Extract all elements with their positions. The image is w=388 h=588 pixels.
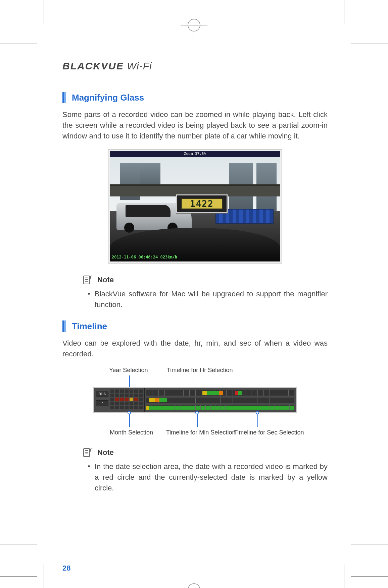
page-content: BLACKVUE Wi-Fi Magnifying Glass Some par…	[62, 60, 328, 504]
month-selector: 7	[96, 400, 108, 406]
note-label: Note	[97, 275, 114, 285]
brand-sub: Wi-Fi	[127, 60, 152, 71]
callout-year: Year Selection	[109, 367, 148, 374]
note-icon	[83, 448, 93, 458]
heading-text: Timeline	[72, 321, 107, 332]
dashcam-scene: 1422 2012-11-06 06:48:24 023km/h	[110, 157, 280, 261]
note-item: BlackVue software for Mac will be upgrad…	[95, 289, 328, 310]
heading-bar-icon	[62, 92, 66, 103]
brand-header: BLACKVUE Wi-Fi	[62, 60, 328, 72]
callout-min: Timeline for Min Selection	[166, 429, 235, 436]
hour-lane	[146, 390, 294, 396]
note-heading-timeline: Note	[62, 448, 328, 458]
zoom-window-title: Zoom 37.5%	[110, 151, 280, 157]
note-icon	[83, 275, 93, 285]
note-heading-magnify: Note	[62, 275, 328, 285]
svg-point-3	[188, 584, 200, 588]
magnifier-window: 1422	[176, 194, 227, 213]
callout-month: Month Selection	[110, 429, 153, 436]
timeline-diagram: Year Selection Timeline for Hr Selection…	[93, 367, 297, 437]
page-number: 28	[62, 564, 70, 573]
timeline-paragraph: Video can be explored with the date, hr,…	[62, 338, 328, 359]
note-list-timeline: In the date selection area, the date wit…	[62, 461, 328, 493]
magnify-screenshot: Zoom 37.5% 1422 2012-11-06 06:48:24	[108, 149, 282, 263]
note-item: In the date selection area, the date wit…	[95, 461, 328, 493]
magnify-paragraph: Some parts of a recorded video can be zo…	[62, 109, 328, 141]
calendar-panel: 2016 7	[94, 388, 145, 412]
video-timestamp: 2012-11-06 06:48:24 023km/h	[112, 255, 177, 259]
timeline-lanes	[145, 388, 296, 412]
note-list-magnify: BlackVue software for Mac will be upgrad…	[62, 289, 328, 310]
callout-hr: Timeline for Hr Selection	[167, 367, 233, 374]
note-label: Note	[97, 448, 114, 457]
heading-text: Magnifying Glass	[72, 93, 144, 103]
minute-lane	[146, 398, 294, 403]
section-heading-timeline: Timeline	[62, 320, 328, 332]
registration-mark-icon	[181, 12, 207, 39]
heading-bar-icon	[62, 320, 66, 332]
license-plate: 1422	[181, 198, 223, 209]
brand-name: BLACKVUE	[62, 60, 124, 71]
year-selector: 2016	[96, 391, 108, 397]
second-lane	[146, 405, 294, 410]
callout-sec: Timeline for Sec Selection	[234, 429, 304, 436]
registration-mark-icon	[181, 576, 207, 588]
svg-point-0	[188, 19, 200, 31]
section-heading-magnify: Magnifying Glass	[62, 92, 328, 103]
